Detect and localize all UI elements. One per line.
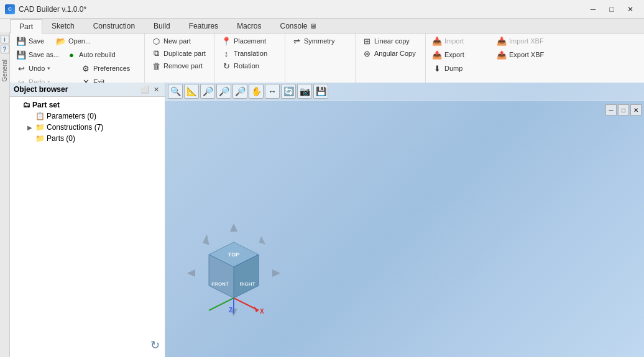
title-bar-left: C CAD Builder v.1.0.0* [5,4,86,14]
parts-label: Parts (0) [47,134,75,143]
vt-view-button[interactable]: 🔍 [168,84,183,99]
export-button[interactable]: 📤 Export [430,48,492,61]
tab-sketch[interactable]: Sketch [42,19,84,33]
tree-root-node[interactable]: 🗂 Part set [12,99,162,111]
restore-button[interactable]: □ [603,2,620,16]
rotation-button[interactable]: ↻ Rotation [219,60,281,72]
panel-header: Object browser ⬜ ✕ [10,83,165,97]
export-icon: 📤 [432,50,442,60]
parts-icon: 📁 [35,134,45,143]
vt-save-view-button[interactable]: 💾 [313,84,328,99]
preferences-button[interactable]: ⚙ Preferences [78,62,140,75]
viewport-area: 🔍 📐 🔎 🔎 🔎 ✋ ↔ 🔄 📷 💾 ─ □ ✕ [165,83,644,357]
auto-rebuild-button[interactable]: ● Auto rebuild [64,48,120,61]
tab-part[interactable]: Part [10,19,42,34]
vt-zoom-button[interactable]: 🔎 [200,84,215,99]
export-xbf-icon: 📤 [497,50,507,60]
vt-measure-button[interactable]: 📐 [184,84,199,99]
vt-zoom-region-button[interactable]: 🔎 [216,84,231,99]
object-tree: 🗂 Part set 📋 Parameters (0) ▶ 📁 Construc… [10,97,165,357]
save-button[interactable]: 💾 Save [14,35,51,47]
vt-pan-button[interactable]: ✋ [249,84,264,99]
tab-console[interactable]: Console 🖥 [270,19,325,33]
tab-features[interactable]: Features [180,19,228,33]
construction-group: 📍 Placement ↕ Translation ↻ Rotation [215,34,285,89]
angular-copy-icon: ⊛ [362,48,372,58]
vt-fit-button[interactable]: 🔎 [232,84,247,99]
duplicate-part-icon: ⧉ [151,48,161,58]
svg-marker-3 [272,269,280,277]
new-part-icon: ⬡ [151,36,161,46]
svg-marker-5 [200,234,213,247]
general-label[interactable]: General [1,60,8,82]
minimize-button[interactable]: ─ [584,2,602,16]
dump-button[interactable]: ⬇ Dump [430,62,492,75]
title-bar: C CAD Builder v.1.0.0* ─ □ ✕ [0,0,644,19]
cube-svg: TOP FRONT RIGHT Z X [184,220,283,326]
app-title: CAD Builder v.1.0.0* [19,5,86,14]
import-xbf-icon: 📥 [497,36,507,46]
panel-title: Object browser [14,85,68,94]
svg-marker-2 [187,269,195,277]
vt-rotate-button[interactable]: ↔ [265,84,280,99]
parameters-node[interactable]: 📋 Parameters (0) [25,111,162,122]
preferences-icon: ⚙ [81,63,91,73]
save-icon: 💾 [16,36,26,46]
open-button[interactable]: 📂 Open... [53,35,94,47]
app-icon: C [5,4,15,14]
tab-macros[interactable]: Macros [228,19,270,33]
save-as-icon: 💾 [16,50,26,60]
root-label: Part set [32,101,60,109]
parts-node[interactable]: 📁 Parts (0) [25,133,162,144]
constructions-icon: 📁 [35,123,45,132]
tab-construction[interactable]: Construction [84,19,144,33]
refresh-button[interactable]: ↻ [150,338,160,352]
import-xbf-button[interactable]: 📥 Import XBF [494,35,556,47]
symmetry-group: ⇌ Symmetry [285,34,356,89]
svg-marker-0 [230,224,237,232]
angular-copy-button[interactable]: ⊛ Angular Copy [359,47,421,60]
duplicate-part-button[interactable]: ⧉ Duplicate part [149,47,211,60]
translation-icon: ↕ [221,48,231,58]
general-panel-tab[interactable]: i ? General [0,32,10,357]
symmetry-icon: ⇌ [292,36,301,46]
panel-close-button[interactable]: ✕ [151,84,161,94]
navigation-cube[interactable]: TOP FRONT RIGHT Z X [184,220,277,320]
panel-header-controls: ⬜ ✕ [140,84,161,94]
placement-button[interactable]: 📍 Placement [219,35,281,47]
svg-text:FRONT: FRONT [211,281,229,287]
question-icon[interactable]: ? [1,45,9,53]
window-controls: ─ □ ✕ [584,2,639,16]
symmetry-button[interactable]: ⇌ Symmetry [289,35,351,47]
vt-spin-button[interactable]: 🔄 [281,84,296,99]
tab-console-label: Console [280,22,307,30]
constructions-label: Constructions (7) [47,123,103,132]
save-as-button[interactable]: 💾 Save as... [14,48,62,61]
export-xbf-button[interactable]: 📤 Export XBF [494,48,556,61]
translation-button[interactable]: ↕ Translation [219,47,281,60]
quick-access-group: 💾 Save 📂 Open... 💾 Save as... ● Auto reb… [10,34,145,89]
tab-build[interactable]: Build [144,19,180,33]
undo-dropdown-icon[interactable]: ▾ [47,65,50,71]
linear-copy-icon: ⊞ [362,36,372,46]
remove-part-button[interactable]: 🗑 Remove part [149,60,211,72]
auto-rebuild-icon: ● [67,50,76,60]
import-button[interactable]: 📥 Import [430,35,492,47]
new-part-button[interactable]: ⬡ New part [149,35,211,47]
panel-float-button[interactable]: ⬜ [140,84,150,94]
tree-children: 📋 Parameters (0) ▶ 📁 Constructions (7) 📁… [12,111,162,144]
info-icon[interactable]: i [1,35,9,43]
vt-camera-button[interactable]: 📷 [297,84,312,99]
params-label: Parameters (0) [47,112,96,120]
close-button[interactable]: ✕ [622,2,639,16]
viewport-3d[interactable]: TOP FRONT RIGHT Z X [165,101,644,357]
io-group: 📥 Import 📥 Import XBF 📤 Export 📤 Export … [426,34,560,89]
placement-icon: 📍 [221,36,231,46]
undo-button[interactable]: ↩ Undo ▾ [14,62,76,75]
root-icon: 🗂 [23,101,30,109]
svg-text:RIGHT: RIGHT [240,281,255,287]
viewport-toolbar: 🔍 📐 🔎 🔎 🔎 ✋ ↔ 🔄 📷 💾 [165,83,644,101]
part-group: ⬡ New part ⧉ Duplicate part 🗑 Remove par… [145,34,215,89]
linear-copy-button[interactable]: ⊞ Linear copy [359,35,421,47]
constructions-node[interactable]: ▶ 📁 Constructions (7) [25,122,162,133]
